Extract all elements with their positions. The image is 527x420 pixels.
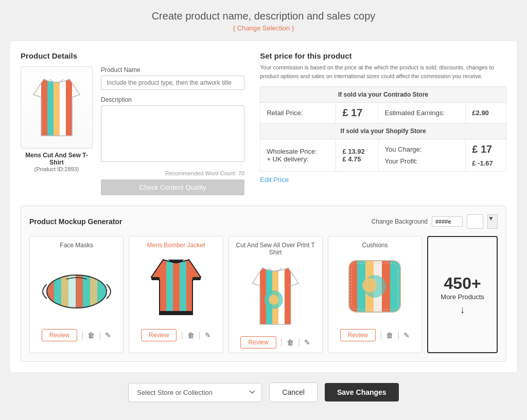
- product-name-input[interactable]: [101, 76, 244, 90]
- description-label: Description: [101, 96, 244, 103]
- svg-rect-10: [61, 275, 68, 308]
- more-products-card[interactable]: 450+ More Products ↓: [427, 236, 498, 353]
- svg-rect-14: [90, 275, 97, 308]
- retail-price-value: £ 17: [342, 107, 362, 118]
- edit-icon-tshirt[interactable]: ✎: [304, 338, 310, 346]
- mockup-img-face-mask: [35, 253, 118, 325]
- svg-rect-12: [76, 275, 83, 308]
- svg-rect-38: [390, 261, 400, 312]
- delete-icon-bomber[interactable]: 🗑: [187, 331, 195, 339]
- svg-rect-2: [54, 79, 60, 138]
- store-collection-select[interactable]: Select Store or Collection: [128, 383, 262, 402]
- more-label: More Products: [441, 293, 484, 301]
- product-details-heading: Product Details: [21, 51, 244, 60]
- bottom-action-bar: Select Store or Collection Cancel Save C…: [10, 382, 517, 402]
- delivery-label: + UK delivery:: [267, 155, 329, 163]
- mockup-img-cushions: [333, 253, 416, 325]
- mockup-img-tshirt: [234, 260, 317, 332]
- bg-color-box[interactable]: [467, 214, 483, 229]
- review-btn-face-masks[interactable]: Review: [42, 329, 77, 341]
- svg-rect-16: [160, 260, 166, 316]
- mockup-img-bomber: [134, 253, 217, 325]
- product-id: (Product ID:2893): [21, 166, 93, 172]
- you-charge-label: You Charge:: [385, 145, 460, 153]
- shopify-store-header: If sold via your Shopify Store: [260, 123, 506, 139]
- svg-rect-21: [160, 311, 192, 315]
- edit-icon-face-masks[interactable]: ✎: [105, 331, 111, 339]
- you-charge-value: £ 17: [472, 143, 492, 155]
- wholesale-label: Wholesale Price:: [267, 148, 329, 155]
- change-bg-label: Change Background: [372, 218, 428, 225]
- svg-rect-19: [180, 260, 186, 316]
- svg-rect-28: [285, 268, 291, 327]
- svg-rect-22: [151, 277, 160, 280]
- mockup-title: Product Mockup Generator: [29, 217, 122, 226]
- delete-icon-face-masks[interactable]: 🗑: [87, 331, 95, 339]
- svg-rect-3: [60, 79, 66, 138]
- check-quality-button[interactable]: Check Content Quality: [101, 179, 244, 195]
- pricing-subtitle: Your commission is based on the price at…: [260, 63, 506, 80]
- delete-icon-cushions[interactable]: 🗑: [386, 331, 393, 339]
- product-image: [21, 66, 93, 149]
- product-label: Mens Cut And Sew T-Shirt: [21, 152, 93, 166]
- your-profit-value: £ -1.67: [472, 159, 493, 167]
- cancel-button[interactable]: Cancel: [269, 382, 318, 402]
- estimated-earnings-value: £2.90: [472, 109, 489, 117]
- svg-rect-13: [83, 275, 90, 308]
- review-btn-bomber[interactable]: Review: [141, 329, 177, 341]
- delete-icon-tshirt[interactable]: 🗑: [287, 338, 294, 346]
- bg-dropdown[interactable]: ▼: [487, 214, 498, 229]
- pricing-table: If sold via your Contrado Store Retail P…: [260, 86, 506, 172]
- edit-icon-cushions[interactable]: ✎: [403, 331, 410, 339]
- edit-icon-bomber[interactable]: ✎: [205, 331, 211, 339]
- mockup-card-tshirt: Cut And Sew All Over Print T Shirt: [229, 236, 323, 353]
- svg-rect-33: [349, 261, 357, 312]
- mockup-grid: Face Masks: [29, 236, 498, 353]
- arrow-down-icon: ↓: [441, 304, 484, 316]
- edit-price-link[interactable]: Edit Price: [260, 176, 289, 184]
- change-selection-link[interactable]: { Change Selection }: [10, 24, 517, 32]
- word-count-label: Recommended Word Count: 70: [101, 170, 244, 176]
- bg-input[interactable]: [432, 216, 463, 227]
- svg-point-30: [269, 295, 279, 305]
- svg-rect-18: [173, 260, 180, 316]
- mockup-card-title-0: Face Masks: [60, 242, 93, 249]
- svg-point-40: [362, 278, 377, 293]
- pricing-heading: Set price for this product: [260, 51, 506, 60]
- svg-rect-17: [166, 260, 173, 316]
- review-btn-tshirt[interactable]: Review: [240, 336, 276, 349]
- mockup-card-bomber: Mens Bomber Jacket: [129, 236, 223, 353]
- wholesale-value: £ 13.92: [342, 148, 364, 155]
- page-title: Create product name, description and sal…: [10, 10, 517, 22]
- mockup-card-face-masks: Face Masks: [29, 236, 124, 353]
- mockup-card-title-2: Cut And Sew All Over Print T Shirt: [234, 242, 317, 256]
- more-count: 450+: [441, 274, 484, 293]
- mockup-generator-section: Product Mockup Generator Change Backgrou…: [21, 206, 506, 362]
- svg-rect-4: [66, 79, 72, 138]
- delivery-value: £ 4.75: [342, 155, 361, 163]
- mockup-card-cushions: Cushions: [328, 236, 422, 353]
- contrado-store-header: If sold via your Contrado Store: [260, 87, 506, 103]
- svg-rect-1: [47, 79, 54, 138]
- mockup-card-title-1: Mens Bomber Jacket: [147, 242, 205, 249]
- svg-rect-23: [192, 277, 201, 280]
- estimated-earnings-label: Estimated Earnings:: [378, 103, 466, 123]
- svg-rect-0: [41, 79, 47, 138]
- svg-rect-11: [68, 275, 76, 308]
- product-name-label: Product Name: [101, 66, 244, 74]
- save-changes-button[interactable]: Save Changes: [325, 383, 399, 401]
- description-textarea[interactable]: [101, 105, 244, 162]
- mockup-card-title-3: Cushions: [362, 242, 388, 249]
- svg-rect-8: [47, 275, 54, 308]
- review-btn-cushions[interactable]: Review: [340, 329, 376, 341]
- retail-price-label: Retail Price:: [260, 103, 336, 123]
- your-profit-label: Your Profit:: [385, 157, 460, 165]
